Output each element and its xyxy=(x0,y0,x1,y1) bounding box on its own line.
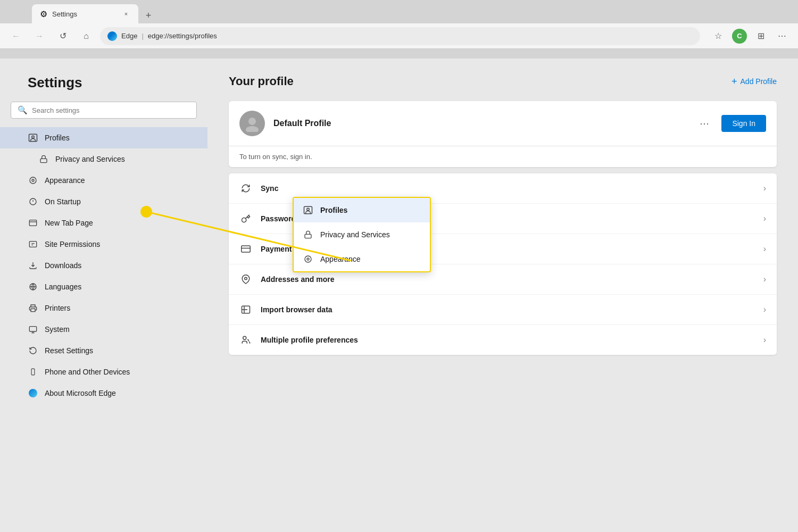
sidebar-item-label-system: System xyxy=(45,325,70,334)
multiple-profiles-setting-item[interactable]: Multiple profile preferences › xyxy=(229,325,777,355)
profile-more-button[interactable]: ⋯ xyxy=(696,115,713,132)
forward-button[interactable]: → xyxy=(30,27,49,46)
appearance-icon xyxy=(28,175,38,186)
tooltip-label-privacy: Privacy and Services xyxy=(320,230,390,239)
multiple-profiles-chevron-icon: › xyxy=(763,335,766,345)
search-input[interactable] xyxy=(32,106,190,114)
site-permissions-icon xyxy=(28,239,38,250)
tab-icon: ⚙ xyxy=(39,10,48,18)
sidebar-item-on-startup[interactable]: On Startup xyxy=(0,191,207,212)
addresses-chevron-icon: › xyxy=(763,275,766,284)
collections-button[interactable]: C xyxy=(730,27,749,46)
sidebar-item-label-about: About Microsoft Edge xyxy=(45,389,116,397)
favorites-button[interactable]: ☆ xyxy=(709,27,728,46)
tooltip-lock-icon xyxy=(302,229,314,240)
sidebar-item-label-languages: Languages xyxy=(45,282,81,291)
svg-point-18 xyxy=(246,126,259,132)
address-url: edge://settings/profiles xyxy=(148,32,217,40)
svg-rect-10 xyxy=(29,242,36,247)
sidebar-item-about[interactable]: About Microsoft Edge xyxy=(0,383,207,404)
languages-icon xyxy=(28,281,38,292)
add-profile-label: Add Profile xyxy=(741,77,777,86)
tab-close-button[interactable]: × xyxy=(121,9,131,19)
add-profile-button[interactable]: + Add Profile xyxy=(732,76,777,87)
addresses-label: Addresses and more xyxy=(261,275,755,284)
sync-notice: To turn on sync, sign in. xyxy=(229,146,777,167)
sidebar-item-label-reset: Reset Settings xyxy=(45,346,93,355)
address-bar[interactable]: Edge | edge://settings/profiles xyxy=(100,27,700,45)
startup-icon xyxy=(28,196,38,207)
payment-chevron-icon: › xyxy=(763,244,766,254)
tooltip-item-profiles[interactable]: Profiles xyxy=(294,198,430,222)
sidebar-item-new-tab[interactable]: New Tab Page xyxy=(0,212,207,234)
sidebar-item-label-printers: Printers xyxy=(45,304,70,312)
sidebar-button[interactable]: ⊞ xyxy=(751,27,770,46)
svg-point-28 xyxy=(307,258,309,260)
import-setting-item[interactable]: Import browser data › xyxy=(229,295,777,325)
sign-in-button[interactable]: Sign In xyxy=(721,115,766,132)
profile-card: Default Profile ⋯ Sign In To turn on syn… xyxy=(229,101,777,167)
profiles-icon xyxy=(28,132,38,143)
back-button[interactable]: ← xyxy=(6,27,26,46)
profile-button[interactable]: C xyxy=(732,29,747,44)
sidebar-item-languages[interactable]: Languages xyxy=(0,276,207,297)
tooltip-item-privacy[interactable]: Privacy and Services xyxy=(294,222,430,247)
passwords-chevron-icon: › xyxy=(763,214,766,223)
sidebar: Settings 🔍 Profiles Privacy and Services… xyxy=(0,59,207,532)
svg-point-17 xyxy=(248,118,256,125)
tooltip-label-appearance: Appearance xyxy=(320,255,361,263)
more-button[interactable]: ⋯ xyxy=(772,27,792,46)
svg-rect-13 xyxy=(29,327,36,331)
sidebar-item-downloads[interactable]: Downloads xyxy=(0,255,207,276)
sidebar-item-label-on-startup: On Startup xyxy=(45,197,81,206)
about-icon xyxy=(28,388,38,398)
tab-title: Settings xyxy=(52,10,117,18)
import-chevron-icon: › xyxy=(763,305,766,314)
svg-rect-12 xyxy=(31,309,35,311)
passwords-icon xyxy=(239,212,252,225)
sync-label: Sync xyxy=(261,184,755,193)
printers-icon xyxy=(28,303,38,313)
sidebar-item-appearance[interactable]: Appearance xyxy=(0,170,207,191)
sidebar-item-printers[interactable]: Printers xyxy=(0,297,207,319)
toolbar-icons: ☆ C ⊞ ⋯ xyxy=(709,27,792,46)
svg-rect-16 xyxy=(31,369,35,375)
svg-rect-8 xyxy=(29,220,36,226)
sidebar-item-profiles[interactable]: Profiles xyxy=(0,127,207,148)
addresses-icon xyxy=(239,273,252,286)
search-icon: 🔍 xyxy=(18,105,28,115)
sidebar-title: Settings xyxy=(0,74,207,102)
sidebar-item-label-phone: Phone and Other Devices xyxy=(45,368,130,376)
sidebar-item-phone[interactable]: Phone and Other Devices xyxy=(0,361,207,383)
payment-icon xyxy=(239,243,252,255)
sidebar-item-label-appearance: Appearance xyxy=(45,176,85,185)
new-tab-button[interactable]: + xyxy=(140,7,156,23)
tooltip-appearance-icon xyxy=(302,253,314,265)
sidebar-item-label-site-permissions: Site Permissions xyxy=(45,240,100,248)
tab-bar: ⚙ Settings × + xyxy=(0,0,798,23)
svg-point-21 xyxy=(245,277,247,280)
svg-point-23 xyxy=(243,336,246,339)
search-box[interactable]: 🔍 xyxy=(11,102,197,119)
sidebar-item-label-downloads: Downloads xyxy=(45,261,81,270)
reset-icon xyxy=(28,345,38,356)
sidebar-item-system[interactable]: System xyxy=(0,319,207,340)
import-label: Import browser data xyxy=(261,305,755,314)
svg-point-1 xyxy=(32,136,35,138)
refresh-button[interactable]: ↺ xyxy=(53,27,72,46)
tooltip-popup: Profiles Privacy and Services Appearance xyxy=(293,197,431,272)
nav-bar: ← → ↺ ⌂ Edge | edge://settings/profiles … xyxy=(0,23,798,49)
privacy-icon xyxy=(38,154,49,164)
svg-rect-26 xyxy=(305,234,311,238)
phone-icon xyxy=(28,367,38,377)
page-title: Your profile xyxy=(229,74,294,88)
sidebar-item-privacy[interactable]: Privacy and Services xyxy=(0,148,207,170)
settings-tab[interactable]: ⚙ Settings × xyxy=(32,4,138,23)
home-button[interactable]: ⌂ xyxy=(77,27,96,46)
sync-icon xyxy=(239,182,252,195)
tooltip-item-appearance[interactable]: Appearance xyxy=(294,247,430,271)
content-area: Your profile + Add Profile Default Profi… xyxy=(207,59,798,532)
sidebar-item-reset[interactable]: Reset Settings xyxy=(0,340,207,361)
avatar xyxy=(239,111,265,136)
sidebar-item-site-permissions[interactable]: Site Permissions xyxy=(0,234,207,255)
